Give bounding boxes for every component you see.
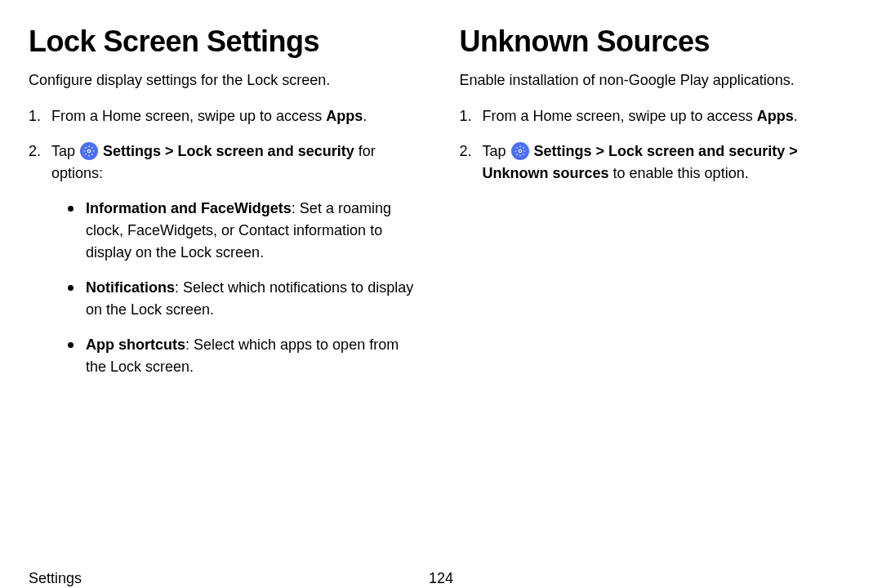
bullet-info-facewidgets: Information and FaceWidgets: Set a roami… bbox=[68, 198, 423, 264]
left-column: Lock Screen Settings Configure display s… bbox=[29, 24, 423, 391]
step-1-prefix: From a Home screen, swipe up to access bbox=[483, 108, 757, 124]
bullet-bold: App shortcuts bbox=[86, 336, 185, 353]
bullet-app-shortcuts: App shortcuts: Select which apps to open… bbox=[68, 334, 423, 378]
bullets-left: Information and FaceWidgets: Set a roami… bbox=[51, 198, 423, 378]
step-1-bold: Apps bbox=[757, 108, 794, 124]
steps-left: From a Home screen, swipe up to access A… bbox=[29, 105, 423, 378]
bullet-bold: Information and FaceWidgets bbox=[86, 200, 292, 216]
intro-right: Enable installation of non-Google Play a… bbox=[460, 70, 854, 91]
step-2-prefix: Tap bbox=[483, 143, 510, 159]
step-2-bold: Settings > Lock screen and security bbox=[103, 143, 354, 159]
step-1-right: From a Home screen, swipe up to access A… bbox=[460, 105, 854, 127]
footer-page-number: 124 bbox=[429, 570, 453, 587]
heading-unknown-sources: Unknown Sources bbox=[460, 24, 854, 59]
step-2-right: Tap Settings > Lock screen and security … bbox=[460, 140, 854, 185]
page-content: Lock Screen Settings Configure display s… bbox=[0, 0, 882, 391]
step-2-suffix: to enable this option. bbox=[609, 165, 749, 181]
heading-lock-screen: Lock Screen Settings bbox=[29, 24, 423, 59]
steps-right: From a Home screen, swipe up to access A… bbox=[460, 105, 854, 185]
step-1-bold: Apps bbox=[326, 108, 363, 124]
footer-section-label: Settings bbox=[29, 570, 82, 587]
svg-point-1 bbox=[519, 150, 522, 154]
settings-gear-icon bbox=[80, 142, 98, 160]
bullet-bold: Notifications bbox=[86, 279, 175, 296]
step-2-prefix: Tap bbox=[51, 143, 79, 159]
step-2-left: Tap Settings > Lock screen and security … bbox=[29, 140, 423, 378]
svg-point-0 bbox=[87, 150, 91, 154]
bullet-notifications: Notifications: Select which notification… bbox=[68, 277, 423, 321]
right-column: Unknown Sources Enable installation of n… bbox=[460, 24, 854, 391]
step-1-prefix: From a Home screen, swipe up to access bbox=[51, 108, 326, 124]
step-1-suffix: . bbox=[794, 108, 798, 124]
intro-left: Configure display settings for the Lock … bbox=[29, 70, 423, 91]
step-1-left: From a Home screen, swipe up to access A… bbox=[29, 105, 423, 127]
step-1-suffix: . bbox=[363, 108, 367, 124]
settings-gear-icon bbox=[511, 142, 529, 160]
